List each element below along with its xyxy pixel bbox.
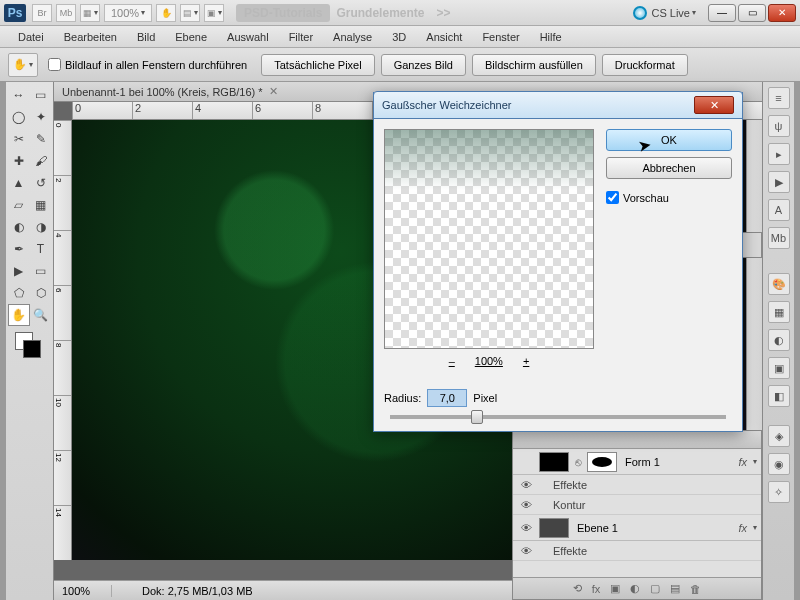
menu-auswahl[interactable]: Auswahl [217,28,279,46]
workspace-psd-tutorials[interactable]: PSD-Tutorials [236,4,330,22]
wand-tool[interactable]: ✦ [30,106,52,128]
visibility-icon[interactable]: 👁 [517,499,535,511]
panel-icon-layers[interactable]: ◈ [768,425,790,447]
history-brush-tool[interactable]: ↺ [30,172,52,194]
type-tool[interactable]: T [30,238,52,260]
fill-screen-button[interactable]: Bildschirm ausfüllen [472,54,596,76]
panel-icon-actions[interactable]: ▸ [768,143,790,165]
print-size-button[interactable]: Druckformat [602,54,688,76]
hand-icon[interactable]: ✋ [156,4,176,22]
trash-icon[interactable]: 🗑 [690,583,701,595]
stamp-tool[interactable]: ▲ [8,172,30,194]
eraser-tool[interactable]: ▱ [8,194,30,216]
blur-tool[interactable]: ◐ [8,216,30,238]
current-tool-icon[interactable]: ✋▾ [8,53,38,77]
panel-icon-paths[interactable]: ✧ [768,481,790,503]
menu-hilfe[interactable]: Hilfe [530,28,572,46]
panel-icon-swatches[interactable]: ▦ [768,301,790,323]
panel-icon-history[interactable]: ≡ [768,87,790,109]
pen-tool[interactable]: ✒ [8,238,30,260]
close-tab-icon[interactable]: ✕ [269,85,278,98]
panel-icon-color[interactable]: 🎨 [768,273,790,295]
dialog-titlebar[interactable]: Gaußscher Weichzeichner ✕ [373,91,743,119]
layer-mask-thumb[interactable] [587,452,617,472]
kontur-row[interactable]: 👁Kontur [513,495,761,515]
adjustment-icon[interactable]: ◐ [630,582,640,595]
window-close-button[interactable]: ✕ [768,4,796,22]
zoom-in-button[interactable]: + [523,355,529,367]
workspace-grundelemente[interactable]: Grundelemente [330,6,430,20]
panel-icon-channels[interactable]: ◉ [768,453,790,475]
panel-icon-styles[interactable]: ◐ [768,329,790,351]
path-tool[interactable]: ▶ [8,260,30,282]
right-dock-strip[interactable] [794,82,800,600]
fx-badge[interactable]: fx [734,456,751,468]
brush-tool[interactable]: 🖌 [30,150,52,172]
actual-pixels-button[interactable]: Tatsächliche Pixel [261,54,374,76]
mask-icon[interactable]: ▣ [610,582,620,595]
link-layers-icon[interactable]: ⟲ [573,582,582,595]
fx-icon[interactable]: fx [592,583,601,595]
menu-bearbeiten[interactable]: Bearbeiten [54,28,127,46]
folder-icon[interactable]: ▢ [650,582,660,595]
window-maximize-button[interactable]: ▭ [738,4,766,22]
zoom-tool[interactable]: 🔍 [30,304,52,326]
visibility-icon[interactable]: 👁 [517,479,535,491]
menu-datei[interactable]: Datei [8,28,54,46]
menu-ebene[interactable]: Ebene [165,28,217,46]
layer-name[interactable]: Ebene 1 [573,522,734,534]
zoom-out-button[interactable]: – [449,355,455,367]
hand-tool[interactable]: ✋ [8,304,30,326]
radius-input[interactable] [427,389,467,407]
lasso-tool[interactable]: ◯ [8,106,30,128]
filter-preview[interactable] [384,129,594,349]
window-minimize-button[interactable]: — [708,4,736,22]
eyedropper-tool[interactable]: ✎ [30,128,52,150]
shape-tool[interactable]: ▭ [30,260,52,282]
panel-icon-mb[interactable]: Mb [768,227,790,249]
cs-live[interactable]: CS Live▾ [629,6,700,20]
layer-thumb[interactable] [539,518,569,538]
3d-camera-tool[interactable]: ⬡ [30,282,52,304]
ok-button[interactable]: OK [606,129,732,151]
zoom-level[interactable]: 100%▾ [104,4,152,22]
menu-3d[interactable]: 3D [382,28,416,46]
panel-icon-usb[interactable]: ψ [768,115,790,137]
cancel-button[interactable]: Abbrechen [606,157,732,179]
panel-icon-char[interactable]: A [768,199,790,221]
effects-row[interactable]: 👁Effekte [513,475,761,495]
screen-mode-icon[interactable]: ▣▾ [204,4,224,22]
layer-row-form1[interactable]: ⎋ Form 1 fx▾ [513,449,761,475]
visibility-icon[interactable]: 👁 [517,522,535,534]
layer-name[interactable]: Form 1 [621,456,734,468]
menu-bild[interactable]: Bild [127,28,165,46]
crop-tool[interactable]: ✂ [8,128,30,150]
menu-fenster[interactable]: Fenster [472,28,529,46]
arrange-docs-icon[interactable]: ▤▾ [180,4,200,22]
preview-checkbox[interactable]: Vorschau [606,191,732,204]
slider-thumb[interactable] [471,410,483,424]
workspace-more[interactable]: >> [430,6,456,20]
layer-row-ebene1[interactable]: 👁 Ebene 1 fx▾ [513,515,761,541]
move-tool[interactable]: ↔ [8,84,30,106]
panel-icon-play[interactable]: ▶ [768,171,790,193]
panel-icon-adjust[interactable]: ◧ [768,385,790,407]
effects-row-2[interactable]: 👁Effekte [513,541,761,561]
radius-slider[interactable] [390,415,726,419]
dialog-close-button[interactable]: ✕ [694,96,734,114]
marquee-tool[interactable]: ▭ [30,84,52,106]
color-swatches[interactable] [15,332,45,358]
fx-badge[interactable]: fx [734,522,751,534]
status-doc-size[interactable]: Dok: 2,75 MB/1,03 MB [112,585,253,597]
view-extras-icon[interactable]: ▦▾ [80,4,100,22]
visibility-icon[interactable]: 👁 [517,545,535,557]
dodge-tool[interactable]: ◑ [30,216,52,238]
panel-icon-mask[interactable]: ▣ [768,357,790,379]
fit-screen-button[interactable]: Ganzes Bild [381,54,466,76]
bridge-icon[interactable]: Br [32,4,52,22]
healing-tool[interactable]: ✚ [8,150,30,172]
menu-ansicht[interactable]: Ansicht [416,28,472,46]
layer-thumb[interactable] [539,452,569,472]
3d-tool[interactable]: ⬠ [8,282,30,304]
scroll-all-windows-checkbox[interactable]: Bildlauf in allen Fenstern durchführen [48,58,247,71]
